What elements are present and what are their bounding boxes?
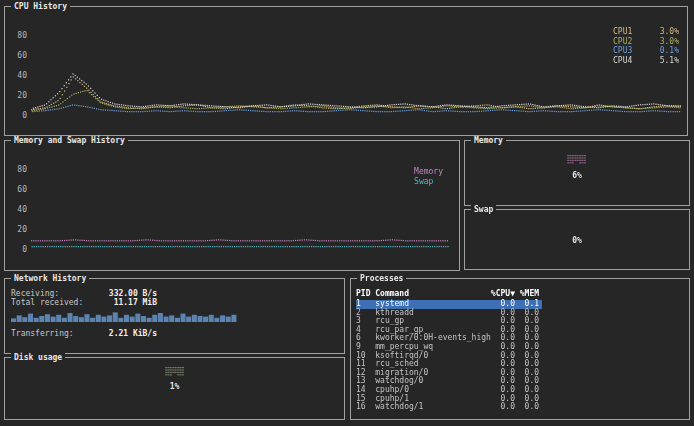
swap-percent: 0% — [465, 236, 689, 245]
memory-legend-label: Memory — [414, 167, 443, 177]
cpu-legend-label: CPU3 — [613, 46, 632, 56]
memory-gauge-title: Memory — [471, 136, 506, 145]
memory-percent: 6% — [465, 171, 689, 180]
cpu-legend-item: CPU4 5.1% — [613, 56, 679, 66]
disk-usage-title: Disk usage — [11, 353, 65, 362]
disk-donut-chart — [164, 366, 185, 377]
network-receiving-sparkline — [11, 309, 237, 322]
receiving-value: 332.00 B/s — [95, 289, 157, 298]
cpu-legend-label: CPU4 — [613, 56, 632, 66]
memory-donut-chart — [567, 154, 588, 165]
network-history-title: Network History — [11, 274, 89, 283]
cpu-legend-item: CPU3 0.1% — [613, 46, 679, 56]
cpu-legend-item: CPU1 3.0% — [613, 27, 679, 37]
network-total-received-row: Total received: 11.17 MiB — [11, 298, 157, 307]
cpu-legend-value: 3.0% — [660, 37, 679, 47]
transferring-value: 2.21 KiB/s — [95, 329, 157, 338]
memory-gauge-panel: Memory 6% — [464, 140, 690, 206]
network-receiving-row: Receiving: 332.00 B/s — [11, 289, 157, 298]
network-transferring-row: Transferring: 2.21 KiB/s — [11, 329, 157, 338]
total-received-value: 11.17 MiB — [95, 298, 157, 307]
mem-ytick-0: 0 — [7, 245, 27, 254]
swap-gauge-title: Swap — [471, 205, 496, 214]
cpu-legend-label: CPU1 — [613, 27, 632, 37]
total-received-label: Total received: — [11, 298, 95, 307]
memory-swap-chart — [31, 149, 449, 249]
disk-usage-panel: Disk usage 1% — [4, 357, 345, 420]
transferring-label: Transferring: — [11, 329, 95, 338]
cpu-legend-label: CPU2 — [613, 37, 632, 47]
memory-swap-history-title: Memory and Swap History — [11, 136, 128, 145]
cpu-legend-value: 0.1% — [660, 46, 679, 56]
swap-gauge-panel: Swap 0% — [464, 209, 690, 270]
mem-ytick-80: 80 — [7, 165, 27, 174]
cpu-ytick-80: 80 — [7, 31, 27, 40]
memory-swap-history-panel: Memory and Swap History 80 60 40 20 0 Me… — [4, 140, 460, 271]
memory-swap-legend: Memory Swap — [414, 167, 443, 186]
receiving-label: Receiving: — [11, 289, 95, 298]
cpu-legend-value: 5.1% — [660, 56, 679, 66]
system-monitor-screen: { "colors": { "background": "#262626", "… — [0, 0, 694, 426]
process-row[interactable]: 16 watchdog/1 0.0 0.0 — [356, 403, 542, 412]
processes-title: Processes — [357, 274, 406, 283]
cpu-legend-value: 3.0% — [660, 27, 679, 37]
mem-ytick-40: 40 — [7, 205, 27, 214]
network-history-panel: Network History Receiving: 332.00 B/s To… — [4, 278, 345, 354]
cpu-ytick-60: 60 — [7, 51, 27, 60]
swap-legend-label: Swap — [414, 177, 443, 187]
process-header: PID Command %CPU▼ %MEM — [356, 289, 539, 298]
mem-ytick-60: 60 — [7, 185, 27, 194]
cpu-history-panel: CPU History 80 60 40 20 0 CPU1 3.0% CPU2… — [4, 6, 688, 136]
cpu-ytick-20: 20 — [7, 91, 27, 100]
cpu-history-title: CPU History — [11, 2, 70, 11]
cpu-legend-item: CPU2 3.0% — [613, 37, 679, 47]
cpu-ytick-0: 0 — [7, 111, 27, 120]
processes-panel: Processes PID Command %CPU▼ %MEM 1 syste… — [350, 278, 690, 420]
cpu-legend: CPU1 3.0% CPU2 3.0% CPU3 0.1% CPU4 5.1% — [613, 27, 679, 65]
mem-ytick-20: 20 — [7, 225, 27, 234]
process-rows: 1 systemd 0.0 0.12 kthreadd 0.0 0.03 rcu… — [356, 300, 685, 412]
cpu-ytick-40: 40 — [7, 71, 27, 80]
cpu-history-chart — [31, 15, 681, 115]
disk-percent: 1% — [5, 382, 344, 391]
